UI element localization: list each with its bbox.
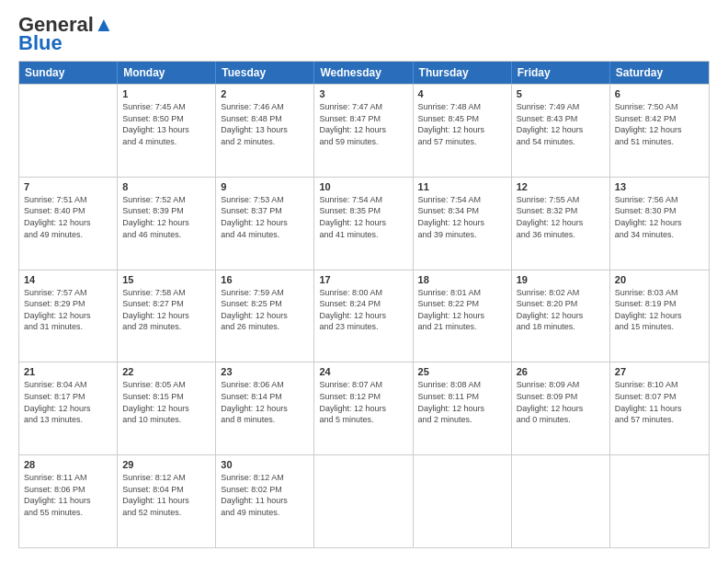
day-number: 9 (221, 181, 309, 192)
day-number: 30 (221, 459, 309, 470)
day-number: 1 (122, 88, 210, 99)
calendar-cell: 22Sunrise: 8:05 AM Sunset: 8:15 PM Dayli… (118, 362, 216, 454)
cell-info: Sunrise: 8:01 AM Sunset: 8:22 PM Dayligh… (418, 287, 506, 333)
logo-blue: Blue (18, 33, 63, 53)
day-number: 28 (24, 459, 112, 470)
cell-info: Sunrise: 7:59 AM Sunset: 8:25 PM Dayligh… (221, 287, 309, 333)
day-number: 7 (24, 181, 112, 192)
cell-info: Sunrise: 7:57 AM Sunset: 8:29 PM Dayligh… (24, 287, 112, 333)
calendar-cell (512, 455, 610, 547)
day-header-thursday: Thursday (414, 62, 512, 84)
day-number: 23 (221, 366, 309, 377)
cell-info: Sunrise: 8:00 AM Sunset: 8:24 PM Dayligh… (319, 287, 407, 333)
logo: General▲ Blue (18, 15, 114, 53)
day-header-wednesday: Wednesday (314, 62, 413, 84)
calendar-cell (610, 455, 709, 547)
day-number: 21 (24, 366, 112, 377)
day-number: 24 (319, 366, 407, 377)
day-number: 22 (122, 366, 210, 377)
cell-info: Sunrise: 8:03 AM Sunset: 8:19 PM Dayligh… (615, 287, 704, 333)
cell-info: Sunrise: 8:05 AM Sunset: 8:15 PM Dayligh… (122, 379, 210, 425)
cell-info: Sunrise: 8:07 AM Sunset: 8:12 PM Dayligh… (319, 379, 407, 425)
calendar-cell: 7Sunrise: 7:51 AM Sunset: 8:40 PM Daylig… (19, 178, 118, 270)
day-number: 26 (517, 366, 605, 377)
day-number: 16 (221, 274, 309, 285)
day-number: 2 (221, 88, 309, 99)
calendar-cell: 25Sunrise: 8:08 AM Sunset: 8:11 PM Dayli… (414, 362, 512, 454)
calendar-cell: 14Sunrise: 7:57 AM Sunset: 8:29 PM Dayli… (19, 270, 118, 362)
cell-info: Sunrise: 8:02 AM Sunset: 8:20 PM Dayligh… (517, 287, 605, 333)
cell-info: Sunrise: 7:48 AM Sunset: 8:45 PM Dayligh… (418, 101, 506, 147)
calendar-cell: 28Sunrise: 8:11 AM Sunset: 8:06 PM Dayli… (19, 455, 118, 547)
calendar: SundayMondayTuesdayWednesdayThursdayFrid… (18, 61, 710, 548)
cell-info: Sunrise: 8:12 AM Sunset: 8:02 PM Dayligh… (221, 472, 309, 518)
day-header-friday: Friday (512, 62, 610, 84)
calendar-cell: 6Sunrise: 7:50 AM Sunset: 8:42 PM Daylig… (610, 85, 709, 177)
calendar-cell: 15Sunrise: 7:58 AM Sunset: 8:27 PM Dayli… (118, 270, 216, 362)
calendar-cell: 18Sunrise: 8:01 AM Sunset: 8:22 PM Dayli… (414, 270, 512, 362)
day-number: 12 (517, 181, 605, 192)
calendar-cell (314, 455, 413, 547)
cell-info: Sunrise: 8:08 AM Sunset: 8:11 PM Dayligh… (418, 379, 506, 425)
calendar-cell (19, 85, 118, 177)
cell-info: Sunrise: 8:04 AM Sunset: 8:17 PM Dayligh… (24, 379, 112, 425)
day-number: 13 (615, 181, 704, 192)
calendar-cell: 5Sunrise: 7:49 AM Sunset: 8:43 PM Daylig… (512, 85, 610, 177)
calendar-row-1: 1Sunrise: 7:45 AM Sunset: 8:50 PM Daylig… (19, 84, 709, 177)
cell-info: Sunrise: 7:49 AM Sunset: 8:43 PM Dayligh… (517, 101, 605, 147)
page: General▲ Blue SundayMondayTuesdayWednesd… (0, 0, 728, 563)
calendar-cell: 17Sunrise: 8:00 AM Sunset: 8:24 PM Dayli… (314, 270, 413, 362)
day-number: 10 (319, 181, 407, 192)
calendar-cell (414, 455, 512, 547)
day-number: 15 (122, 274, 210, 285)
calendar-cell: 26Sunrise: 8:09 AM Sunset: 8:09 PM Dayli… (512, 362, 610, 454)
day-number: 8 (122, 181, 210, 192)
day-number: 14 (24, 274, 112, 285)
cell-info: Sunrise: 7:54 AM Sunset: 8:34 PM Dayligh… (418, 194, 506, 240)
calendar-cell: 27Sunrise: 8:10 AM Sunset: 8:07 PM Dayli… (610, 362, 709, 454)
cell-info: Sunrise: 8:06 AM Sunset: 8:14 PM Dayligh… (221, 379, 309, 425)
cell-info: Sunrise: 7:56 AM Sunset: 8:30 PM Dayligh… (615, 194, 704, 240)
calendar-cell: 9Sunrise: 7:53 AM Sunset: 8:37 PM Daylig… (216, 178, 314, 270)
calendar-cell: 3Sunrise: 7:47 AM Sunset: 8:47 PM Daylig… (314, 85, 413, 177)
calendar-cell: 13Sunrise: 7:56 AM Sunset: 8:30 PM Dayli… (610, 178, 709, 270)
calendar-cell: 1Sunrise: 7:45 AM Sunset: 8:50 PM Daylig… (118, 85, 216, 177)
cell-info: Sunrise: 7:55 AM Sunset: 8:32 PM Dayligh… (517, 194, 605, 240)
calendar-cell: 2Sunrise: 7:46 AM Sunset: 8:48 PM Daylig… (216, 85, 314, 177)
cell-info: Sunrise: 7:53 AM Sunset: 8:37 PM Dayligh… (221, 194, 309, 240)
calendar-row-5: 28Sunrise: 8:11 AM Sunset: 8:06 PM Dayli… (19, 454, 709, 547)
day-header-tuesday: Tuesday (216, 62, 314, 84)
cell-info: Sunrise: 7:50 AM Sunset: 8:42 PM Dayligh… (615, 101, 704, 147)
day-number: 27 (615, 366, 704, 377)
day-header-saturday: Saturday (610, 62, 709, 84)
cell-info: Sunrise: 7:54 AM Sunset: 8:35 PM Dayligh… (319, 194, 407, 240)
day-number: 25 (418, 366, 506, 377)
calendar-cell: 29Sunrise: 8:12 AM Sunset: 8:04 PM Dayli… (118, 455, 216, 547)
calendar-cell: 12Sunrise: 7:55 AM Sunset: 8:32 PM Dayli… (512, 178, 610, 270)
day-number: 18 (418, 274, 506, 285)
day-header-sunday: Sunday (19, 62, 118, 84)
calendar-cell: 19Sunrise: 8:02 AM Sunset: 8:20 PM Dayli… (512, 270, 610, 362)
cell-info: Sunrise: 8:09 AM Sunset: 8:09 PM Dayligh… (517, 379, 605, 425)
cell-info: Sunrise: 7:45 AM Sunset: 8:50 PM Dayligh… (122, 101, 210, 147)
calendar-cell: 16Sunrise: 7:59 AM Sunset: 8:25 PM Dayli… (216, 270, 314, 362)
calendar-cell: 23Sunrise: 8:06 AM Sunset: 8:14 PM Dayli… (216, 362, 314, 454)
day-number: 19 (517, 274, 605, 285)
day-number: 4 (418, 88, 506, 99)
day-number: 6 (615, 88, 704, 99)
calendar-cell: 11Sunrise: 7:54 AM Sunset: 8:34 PM Dayli… (414, 178, 512, 270)
calendar-cell: 10Sunrise: 7:54 AM Sunset: 8:35 PM Dayli… (314, 178, 413, 270)
calendar-body: 1Sunrise: 7:45 AM Sunset: 8:50 PM Daylig… (19, 84, 709, 547)
cell-info: Sunrise: 7:58 AM Sunset: 8:27 PM Dayligh… (122, 287, 210, 333)
calendar-header: SundayMondayTuesdayWednesdayThursdayFrid… (19, 62, 709, 84)
cell-info: Sunrise: 7:52 AM Sunset: 8:39 PM Dayligh… (122, 194, 210, 240)
calendar-cell: 21Sunrise: 8:04 AM Sunset: 8:17 PM Dayli… (19, 362, 118, 454)
day-number: 17 (319, 274, 407, 285)
cell-info: Sunrise: 7:47 AM Sunset: 8:47 PM Dayligh… (319, 101, 407, 147)
calendar-row-2: 7Sunrise: 7:51 AM Sunset: 8:40 PM Daylig… (19, 177, 709, 270)
calendar-cell: 30Sunrise: 8:12 AM Sunset: 8:02 PM Dayli… (216, 455, 314, 547)
day-number: 3 (319, 88, 407, 99)
calendar-cell: 24Sunrise: 8:07 AM Sunset: 8:12 PM Dayli… (314, 362, 413, 454)
calendar-cell: 20Sunrise: 8:03 AM Sunset: 8:19 PM Dayli… (610, 270, 709, 362)
day-header-monday: Monday (118, 62, 216, 84)
